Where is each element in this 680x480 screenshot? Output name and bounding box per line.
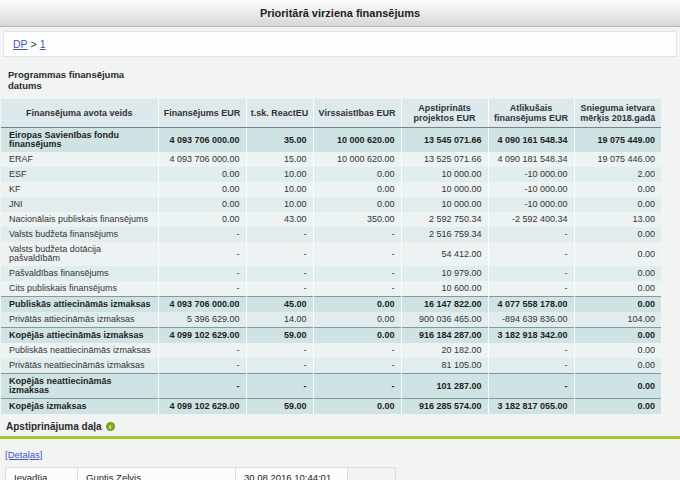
program-funding-date-label: Programmas finansējuma datums [8, 69, 148, 91]
cell-value: 0.00 [574, 227, 661, 242]
cell-value: 3 182 918 342.00 [488, 328, 574, 344]
funding-table: Finansējuma avota veidsFinansējums EURt.… [1, 99, 661, 414]
cell-value: 2 516 759.34 [401, 227, 488, 242]
cell-value: - [313, 358, 401, 374]
cell-value: 10.00 [246, 182, 313, 197]
cell-value: 4 093 706 000.00 [158, 152, 246, 167]
cell-value: 4 093 706 000.00 [158, 128, 246, 153]
breadcrumb-link-dp[interactable]: DP [13, 38, 28, 50]
column-header: Finansējuma avota veids [1, 99, 158, 128]
approval-footer: [Detaļas] IevadījaGuntis Zelvis30.08.201… [0, 439, 680, 480]
approval-section: Apstiprinājuma daļa i [6, 421, 680, 432]
cell-value: - [158, 343, 246, 358]
cell-value: 0.00 [574, 358, 661, 374]
table-row: Valsts budžeta dotācija pašvaldībām---54… [1, 242, 661, 266]
cell-value: 13.00 [574, 212, 661, 227]
cell-value: -10 000.00 [488, 197, 574, 212]
details-link[interactable]: [Detaļas] [5, 449, 43, 460]
cell-value: 10 000.00 [401, 197, 488, 212]
cell-value: - [488, 242, 574, 266]
cell-value: 54 412.00 [401, 242, 488, 266]
cell-value: 45.00 [246, 297, 313, 313]
column-header: Virssaistības EUR [313, 99, 401, 128]
cell-value: 4 093 706 000.00 [158, 297, 246, 313]
approval-table: IevadījaGuntis Zelvis30.08.2016 10:44:01… [5, 467, 396, 480]
row-label: Valsts budžeta dotācija pašvaldībām [1, 242, 158, 266]
table-row: Privātās attiecināmās izmaksas5 396 629.… [1, 312, 661, 328]
cell-value: 43.00 [246, 212, 313, 227]
cell-value: - [488, 266, 574, 281]
approval-section-title: Apstiprinājuma daļa [6, 421, 102, 432]
cell-value: - [158, 374, 246, 399]
cell-value: 916 285 574.00 [401, 399, 488, 415]
cell-value: -10 000.00 [488, 182, 574, 197]
page: Prioritārā virziena finansējums DP>1 Pro… [0, 0, 680, 480]
table-row: Eiropas Savienības fondu finansējums4 09… [1, 128, 661, 153]
cell-value: 0.00 [313, 197, 401, 212]
cell-value: - [158, 242, 246, 266]
table-row: ERAF4 093 706 000.0015.0010 000 620.0013… [1, 152, 661, 167]
cell-value: 916 184 287.00 [401, 328, 488, 344]
cell-value: 0.00 [574, 297, 661, 313]
column-header: Atlikušais finansējums EUR [488, 99, 574, 128]
cell-value: - [313, 242, 401, 266]
column-header: Snieguma ietvara mērķis 2018.gadā [574, 99, 661, 128]
cell-value: - [488, 374, 574, 399]
cell-value: - [488, 227, 574, 242]
main-content: Programmas finansējuma datums Finansējum… [0, 57, 680, 432]
row-label: Privātās neattiecināmās izmaksas [1, 358, 158, 374]
cell-value: -2 592 400.34 [488, 212, 574, 227]
cell-value: 4 099 102 629.00 [158, 328, 246, 344]
cell-value: 0.00 [158, 197, 246, 212]
cell-value: 10 000.00 [401, 167, 488, 182]
cell-value: 4 099 102 629.00 [158, 399, 246, 415]
cell-value: 0.00 [574, 399, 661, 415]
cell-value: 14.00 [246, 312, 313, 328]
row-label: Cits publiskais finansējums [1, 281, 158, 297]
cell-value: - [246, 343, 313, 358]
approval-cell: Guntis Zelvis [78, 468, 236, 480]
cell-value: 0.00 [574, 182, 661, 197]
cell-value: 10 979.00 [401, 266, 488, 281]
breadcrumb: DP>1 [3, 31, 677, 57]
cell-value: 59.00 [246, 399, 313, 415]
cell-value: 15.00 [246, 152, 313, 167]
table-row: Kopējās izmaksas4 099 102 629.0059.000.0… [1, 399, 661, 415]
cell-value: 0.00 [574, 328, 661, 344]
table-row: JNI0.0010.000.0010 000.00-10 000.000.00 [1, 197, 661, 212]
cell-value: 20 182.00 [401, 343, 488, 358]
table-row: Publiskās attiecināmās izmaksas4 093 706… [1, 297, 661, 313]
row-label: ESF [1, 167, 158, 182]
row-label: Kopējās neattiecināmās izmaksas [1, 374, 158, 399]
cell-value: 13 525 071.66 [401, 152, 488, 167]
cell-value: 0.00 [158, 167, 246, 182]
approval-link-cell [348, 468, 396, 480]
cell-value: 104.00 [574, 312, 661, 328]
row-label: ERAF [1, 152, 158, 167]
cell-value: - [158, 281, 246, 297]
info-icon[interactable]: i [106, 422, 115, 431]
approval-cell: Ievadīja [6, 468, 78, 480]
cell-value: 19 075 449.00 [574, 128, 661, 153]
cell-value: 4 077 558 178.00 [488, 297, 574, 313]
cell-value: 0.00 [313, 297, 401, 313]
approval-cell: 30.08.2016 10:44:01 [236, 468, 348, 480]
row-label: Publiskās neattiecināmās izmaksas [1, 343, 158, 358]
cell-value: 101 287.00 [401, 374, 488, 399]
cell-value: - [488, 343, 574, 358]
cell-value: - [313, 266, 401, 281]
cell-value: - [246, 227, 313, 242]
cell-value: 10.00 [246, 167, 313, 182]
cell-value: 0.00 [574, 242, 661, 266]
cell-value: 59.00 [246, 328, 313, 344]
cell-value: 0.00 [313, 328, 401, 344]
row-label: Valsts budžeta finansējums [1, 227, 158, 242]
cell-value: 16 147 822.00 [401, 297, 488, 313]
cell-value: 19 075 446.00 [574, 152, 661, 167]
breadcrumb-link-1[interactable]: 1 [40, 38, 46, 50]
table-row: Kopējās attiecināmās izmaksas4 099 102 6… [1, 328, 661, 344]
column-header: Apstiprināts projektos EUR [401, 99, 488, 128]
cell-value: 35.00 [246, 128, 313, 153]
cell-value: - [246, 358, 313, 374]
approval-row: IevadījaGuntis Zelvis30.08.2016 10:44:01 [6, 468, 396, 480]
